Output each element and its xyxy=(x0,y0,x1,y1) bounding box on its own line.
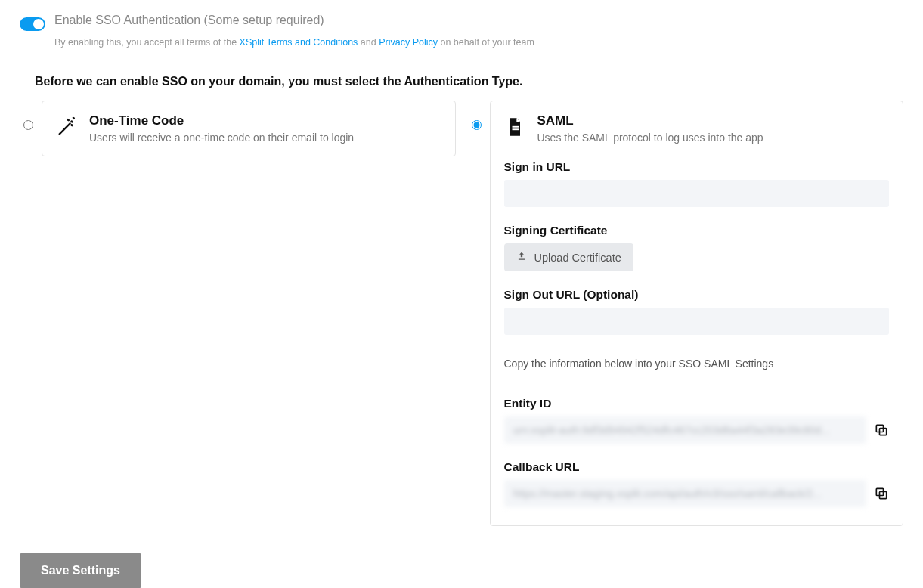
copy-callback-url-button[interactable] xyxy=(874,486,889,501)
document-icon xyxy=(504,116,525,138)
upload-certificate-label: Upload Certificate xyxy=(534,252,621,264)
copy-icon xyxy=(874,492,889,503)
saml-card: SAML Uses the SAML protocol to log uses … xyxy=(490,101,904,526)
callback-url-value: https://master.staging.xsplit.com/api/au… xyxy=(504,480,867,507)
privacy-link[interactable]: Privacy Policy xyxy=(379,37,438,48)
saml-info-text: Copy the information below into your SSO… xyxy=(504,357,774,370)
enable-sso-toggle[interactable] xyxy=(20,17,45,31)
one-time-code-card[interactable]: One-Time Code Users will receive a one-t… xyxy=(42,101,456,156)
toggle-subtitle: By enabling this, you accept all terms o… xyxy=(54,37,534,48)
magic-wand-icon xyxy=(56,116,77,138)
terms-link[interactable]: XSplit Terms and Conditions xyxy=(240,37,358,48)
otc-desc: Users will receive a one-time code on th… xyxy=(89,132,354,144)
signing-cert-label: Signing Certificate xyxy=(504,224,890,237)
upload-icon xyxy=(516,251,527,264)
saml-desc: Uses the SAML protocol to log uses into … xyxy=(537,132,763,144)
toggle-sub-suffix: on behalf of your team xyxy=(438,37,534,48)
one-time-code-radio[interactable] xyxy=(23,120,33,130)
svg-rect-0 xyxy=(512,126,519,128)
saml-radio[interactable] xyxy=(472,120,482,130)
copy-icon xyxy=(874,429,889,440)
sign-out-url-input[interactable] xyxy=(504,308,890,335)
saml-title: SAML xyxy=(537,113,763,128)
sign-out-url-label: Sign Out URL (Optional) xyxy=(504,288,890,302)
otc-title: One-Time Code xyxy=(89,113,354,128)
entity-id-label: Entity ID xyxy=(504,397,890,410)
upload-certificate-button[interactable]: Upload Certificate xyxy=(504,243,633,271)
callback-url-label: Callback URL xyxy=(504,460,890,474)
sign-in-url-input[interactable] xyxy=(504,180,890,207)
svg-rect-1 xyxy=(512,128,519,130)
copy-entity-id-button[interactable] xyxy=(874,422,889,438)
toggle-text-block: Enable SSO Authentication (Some setup re… xyxy=(54,14,534,57)
toggle-sub-mid: and xyxy=(358,37,379,48)
save-settings-button[interactable]: Save Settings xyxy=(20,553,141,588)
select-auth-type-heading: Before we can enable SSO on your domain,… xyxy=(35,75,903,88)
toggle-sub-prefix: By enabling this, you accept all terms o… xyxy=(54,37,240,48)
entity-id-value: urn:xsplit-auth:9df3d94942f524dfc467cc20… xyxy=(504,416,867,444)
toggle-title: Enable SSO Authentication (Some setup re… xyxy=(54,14,534,27)
sign-in-url-label: Sign in URL xyxy=(504,160,890,174)
